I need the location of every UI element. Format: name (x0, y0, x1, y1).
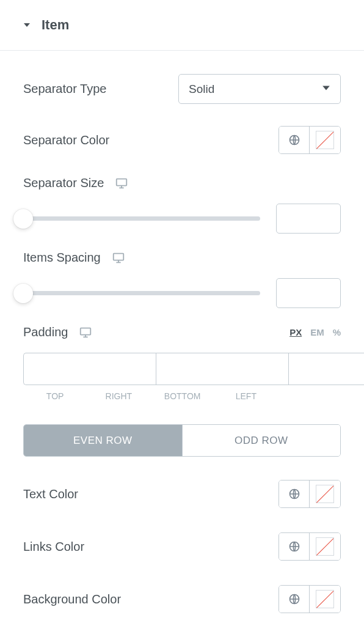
panel-body: Separator Type Solid Separator Color Sep… (0, 51, 364, 625)
padding-header: Padding PX EM % (23, 325, 341, 339)
items-spacing-input[interactable] (276, 278, 341, 308)
separator-type-select[interactable]: Solid (178, 74, 341, 104)
separator-size-label-row: Separator Size (23, 176, 341, 190)
caret-down-icon (23, 21, 31, 29)
separator-type-label: Separator Type (23, 82, 106, 96)
separator-type-row: Separator Type Solid (23, 63, 341, 115)
separator-size-section: Separator Size (23, 165, 341, 240)
items-spacing-section: Items Spacing (23, 240, 341, 314)
global-color-button[interactable] (279, 586, 310, 613)
items-spacing-label-row: Items Spacing (23, 251, 341, 265)
items-spacing-slider-row (23, 278, 341, 308)
color-picker-button[interactable] (310, 533, 340, 560)
text-color-control (278, 480, 341, 508)
spacer (278, 391, 341, 401)
padding-label-row: Padding (23, 325, 92, 339)
color-picker-button[interactable] (310, 586, 340, 613)
global-color-button[interactable] (279, 533, 310, 560)
color-swatch-none-icon (316, 485, 334, 503)
desktop-icon[interactable] (79, 326, 92, 339)
separator-size-label: Separator Size (23, 176, 104, 190)
row-toggle: EVEN ROW ODD ROW (23, 424, 341, 457)
padding-label: Padding (23, 325, 68, 339)
separator-size-slider-row (23, 204, 341, 234)
separator-color-control (278, 126, 341, 154)
padding-right-input[interactable] (156, 353, 288, 385)
links-color-control (278, 532, 341, 561)
desktop-icon[interactable] (112, 251, 125, 265)
unit-pct[interactable]: % (333, 327, 341, 337)
even-row-tab[interactable]: EVEN ROW (24, 425, 183, 456)
global-color-button[interactable] (279, 481, 310, 507)
separator-color-row: Separator Color (23, 115, 341, 165)
links-color-label: Links Color (23, 540, 84, 554)
padding-section: Padding PX EM % TOP RIGHT BO (23, 314, 341, 401)
chevron-down-icon (322, 84, 330, 95)
separator-size-input[interactable] (276, 204, 341, 234)
background-color-row: Background Color (23, 573, 341, 625)
svg-rect-1 (117, 179, 127, 185)
color-swatch-none-icon (316, 590, 334, 608)
padding-side-labels: TOP RIGHT BOTTOM LEFT (23, 391, 341, 401)
padding-left-label: LEFT (214, 391, 278, 401)
links-color-row: Links Color (23, 520, 341, 573)
text-color-row: Text Color (23, 468, 341, 520)
unit-selector: PX EM % (289, 327, 341, 337)
odd-row-tab[interactable]: ODD ROW (183, 425, 341, 456)
section-title: Item (42, 17, 69, 33)
unit-px[interactable]: PX (289, 327, 302, 337)
background-color-control (278, 585, 341, 613)
padding-right-label: RIGHT (87, 391, 150, 401)
section-header[interactable]: Item (0, 0, 364, 51)
color-picker-button[interactable] (310, 481, 340, 507)
slider-thumb[interactable] (13, 209, 33, 229)
padding-top-input[interactable] (23, 353, 156, 385)
separator-color-label: Separator Color (23, 133, 109, 147)
padding-inputs (23, 353, 341, 385)
padding-bottom-label: BOTTOM (151, 391, 214, 401)
items-spacing-slider[interactable] (23, 291, 260, 295)
color-picker-button[interactable] (310, 127, 340, 153)
color-swatch-none-icon (316, 537, 334, 556)
padding-top-label: TOP (23, 391, 87, 401)
global-color-button[interactable] (279, 127, 310, 153)
text-color-label: Text Color (23, 487, 78, 501)
unit-em[interactable]: EM (310, 327, 324, 337)
separator-type-value: Solid (189, 83, 214, 96)
padding-bottom-input[interactable] (288, 353, 364, 385)
svg-rect-3 (81, 328, 91, 334)
svg-rect-2 (113, 253, 123, 260)
slider-thumb[interactable] (13, 284, 33, 303)
separator-size-slider[interactable] (23, 216, 260, 221)
color-swatch-none-icon (316, 131, 334, 149)
background-color-label: Background Color (23, 592, 121, 606)
items-spacing-label: Items Spacing (23, 251, 101, 265)
desktop-icon[interactable] (115, 177, 128, 190)
